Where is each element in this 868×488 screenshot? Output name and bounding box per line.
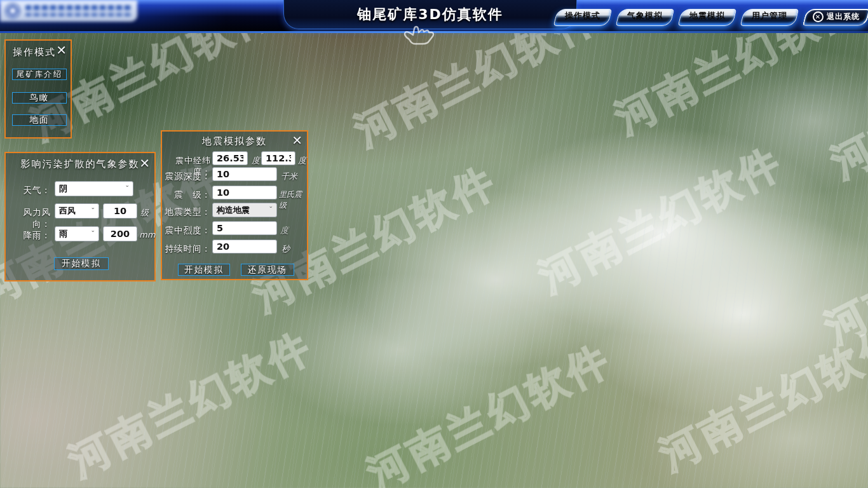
quake-start-sim-button[interactable]: 开始模拟 xyxy=(178,264,230,276)
focal-depth-input[interactable] xyxy=(212,167,277,181)
wind-force-input[interactable] xyxy=(103,203,137,219)
rain-unit: mm xyxy=(139,230,155,240)
chevron-down-icon: ˇ xyxy=(126,185,130,193)
epicenter-latitude-input[interactable] xyxy=(261,151,295,165)
km-unit: 千米 xyxy=(281,171,297,182)
close-icon[interactable]: ✕ xyxy=(292,134,302,147)
richter-unit: 里氏震级 xyxy=(279,189,307,211)
focal-depth-label: 震源深度： xyxy=(162,171,211,182)
panel-title: 地震模拟参数 xyxy=(162,135,307,147)
intensity-input[interactable] xyxy=(212,221,277,235)
restore-scene-button[interactable]: 还原现场 xyxy=(241,264,294,276)
duration-label: 持续时间： xyxy=(162,243,211,255)
nav-weather-sim-button[interactable]: 气象模拟 xyxy=(616,9,675,26)
chevron-down-icon: ˇ xyxy=(92,230,95,238)
seconds-unit: 秒 xyxy=(281,243,290,255)
rain-type-select[interactable]: 雨 ˇ xyxy=(55,226,99,241)
nav-earthquake-sim-button[interactable]: 地震模拟 xyxy=(678,9,737,26)
chevron-down-icon: ˇ xyxy=(269,206,273,214)
nav-operation-mode-button[interactable]: 操作模式 xyxy=(553,9,613,26)
earthquake-params-panel: 地震模拟参数 ✕ 震中经纬度： 度 度 震源深度： 千米 震 级： 里氏震级 地… xyxy=(161,130,308,280)
wind-direction-select[interactable]: 西风 ˇ xyxy=(55,203,99,219)
circle-x-icon: ✕ xyxy=(813,11,824,22)
weather-start-sim-button[interactable]: 开始模拟 xyxy=(54,257,109,270)
app-title: 铀尾矿库3D仿真软件 xyxy=(357,5,503,24)
rain-label: 降雨： xyxy=(24,230,51,241)
close-icon[interactable]: ✕ xyxy=(139,157,150,170)
magnitude-label: 震 级： xyxy=(162,189,211,201)
operation-mode-panel: 操作模式 ✕ 尾矿库介绍 鸟瞰 地面 xyxy=(4,39,72,139)
panel-title: 影响污染扩散的气象参数 xyxy=(6,158,154,170)
intensity-label: 震中烈度： xyxy=(162,225,211,236)
weather-select[interactable]: 阴 ˇ xyxy=(55,181,133,196)
wind-unit: 级 xyxy=(140,207,149,219)
exit-system-button[interactable]: ✕ 退出系统 xyxy=(803,9,868,26)
app-window: 河南兰幻软件 河南兰幻软件 河南兰幻软件 河南兰幻软件 河南兰幻软件 河南兰幻软… xyxy=(0,0,868,488)
ground-view-button[interactable]: 地面 xyxy=(12,114,67,126)
nav-user-management-button[interactable]: 用户管理 xyxy=(740,9,799,26)
close-icon[interactable]: ✕ xyxy=(56,44,67,57)
rainfall-input[interactable] xyxy=(103,226,137,241)
duration-input[interactable] xyxy=(212,240,277,254)
weather-label: 天气： xyxy=(24,185,51,196)
chevron-down-icon: ˇ xyxy=(92,207,95,215)
degree-unit: 度 xyxy=(280,225,288,236)
wind-label: 风力风向： xyxy=(6,207,51,230)
birds-eye-button[interactable]: 鸟瞰 xyxy=(12,92,67,104)
weather-params-panel: 影响污染扩散的气象参数 ✕ 天气： 阴 ˇ 风力风向： 西风 ˇ 级 降雨： 雨… xyxy=(4,152,156,281)
magnitude-input[interactable] xyxy=(212,186,277,200)
tailings-intro-button[interactable]: 尾矿库介绍 xyxy=(12,69,67,80)
quake-type-select[interactable]: 构造地震 ˇ xyxy=(212,203,277,217)
exit-label: 退出系统 xyxy=(827,11,860,22)
degree-unit: 度 xyxy=(298,155,306,166)
title-plaque: 铀尾矿库3D仿真软件 xyxy=(283,0,577,29)
quake-type-label: 地震类型： xyxy=(162,207,211,218)
degree-unit: 度 xyxy=(252,155,260,166)
main-nav: 操作模式 气象模拟 地震模拟 用户管理 ✕ 退出系统 xyxy=(555,9,868,26)
epicenter-longitude-input[interactable] xyxy=(212,151,248,165)
logo-emblem-icon xyxy=(5,3,20,18)
company-logo xyxy=(0,0,137,22)
